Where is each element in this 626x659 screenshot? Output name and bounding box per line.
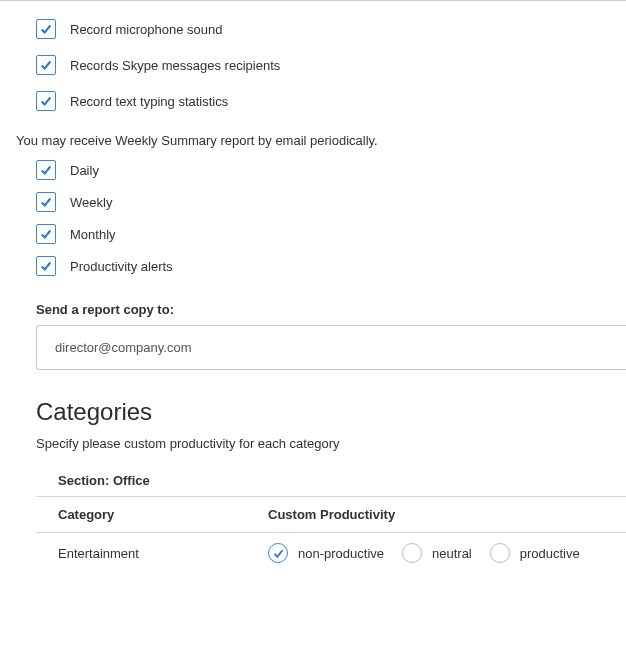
- option-daily: Daily: [8, 154, 626, 186]
- option-productivity-alerts: Productivity alerts: [8, 250, 626, 282]
- option-label: Weekly: [70, 195, 112, 210]
- checkbox-monthly[interactable]: [36, 224, 56, 244]
- section-name: Office: [113, 473, 150, 488]
- table-row: Entertainment non-productive neutral pro…: [36, 533, 626, 573]
- report-copy-field-wrap: [36, 325, 626, 370]
- section-label-prefix: Section:: [58, 473, 113, 488]
- option-monthly: Monthly: [8, 218, 626, 250]
- check-icon: [39, 94, 53, 108]
- check-icon: [272, 547, 285, 560]
- categories-description: Specify please custom productivity for e…: [8, 436, 626, 465]
- radio-label-neutral: neutral: [432, 546, 472, 561]
- option-label: Productivity alerts: [70, 259, 173, 274]
- checkbox-record-skype[interactable]: [36, 55, 56, 75]
- check-icon: [39, 259, 53, 273]
- check-icon: [39, 22, 53, 36]
- cell-productivity: non-productive neutral productive: [268, 543, 626, 563]
- col-category: Category: [58, 507, 268, 522]
- checkbox-record-typing[interactable]: [36, 91, 56, 111]
- option-record-skype: Records Skype messages recipients: [8, 47, 626, 83]
- settings-panel: Record microphone sound Records Skype me…: [0, 0, 626, 573]
- col-productivity: Custom Productivity: [268, 507, 626, 522]
- radio-nonproductive[interactable]: [268, 543, 288, 563]
- option-label: Records Skype messages recipients: [70, 58, 280, 73]
- check-icon: [39, 163, 53, 177]
- categories-heading: Categories: [36, 398, 626, 426]
- cell-category: Entertainment: [58, 546, 268, 561]
- checkbox-record-microphone[interactable]: [36, 19, 56, 39]
- column-headers: Category Custom Productivity: [36, 497, 626, 533]
- summary-intro-text: You may receive Weekly Summary report by…: [8, 119, 626, 154]
- radio-neutral[interactable]: [402, 543, 422, 563]
- section-header: Section: Office: [36, 465, 626, 497]
- report-copy-input[interactable]: [36, 325, 626, 370]
- check-icon: [39, 195, 53, 209]
- option-label: Record text typing statistics: [70, 94, 228, 109]
- checkbox-weekly[interactable]: [36, 192, 56, 212]
- report-copy-label: Send a report copy to:: [8, 282, 626, 325]
- radio-label-nonproductive: non-productive: [298, 546, 384, 561]
- option-label: Record microphone sound: [70, 22, 222, 37]
- categories-table: Section: Office Category Custom Producti…: [36, 465, 626, 573]
- radio-productive[interactable]: [490, 543, 510, 563]
- option-weekly: Weekly: [8, 186, 626, 218]
- option-label: Daily: [70, 163, 99, 178]
- checkbox-daily[interactable]: [36, 160, 56, 180]
- check-icon: [39, 58, 53, 72]
- radio-label-productive: productive: [520, 546, 580, 561]
- option-label: Monthly: [70, 227, 116, 242]
- checkbox-productivity-alerts[interactable]: [36, 256, 56, 276]
- option-record-microphone: Record microphone sound: [8, 11, 626, 47]
- option-record-typing: Record text typing statistics: [8, 83, 626, 119]
- check-icon: [39, 227, 53, 241]
